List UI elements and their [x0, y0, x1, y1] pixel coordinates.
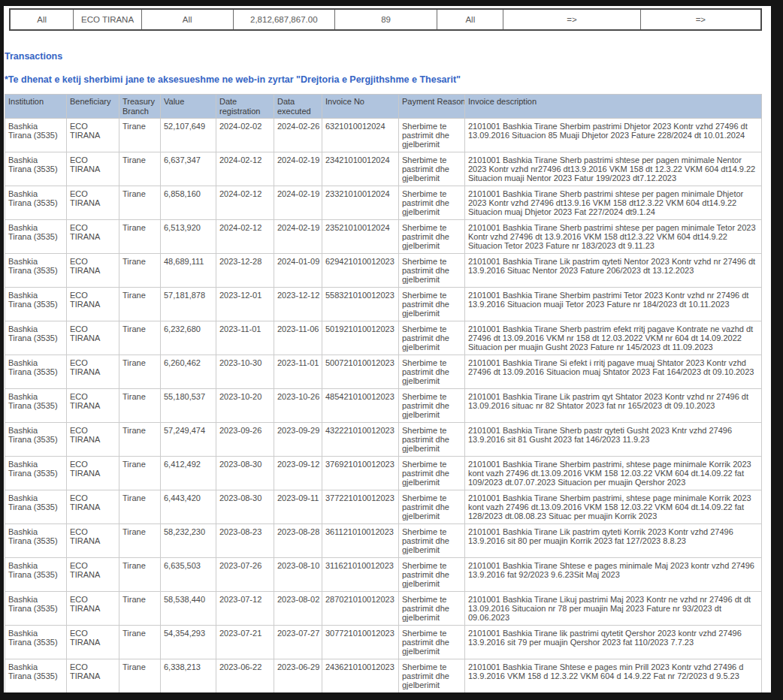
- treasury-branch-cell: Tirane: [119, 119, 161, 152]
- beneficiary-filter-cell[interactable]: ECO TIRANA: [74, 9, 141, 30]
- date-registration-cell: 2024-02-02: [216, 119, 274, 152]
- invoice-no-cell: 287021010012023: [322, 592, 399, 626]
- treasury-branch-cell: Tirane: [119, 592, 161, 626]
- table-row: Bashkia Tirana (3535)ECO TIRANATirane6,5…: [5, 220, 762, 254]
- column-header-data-executed: Data executed: [274, 95, 322, 119]
- value-cell: 54,354,293: [161, 626, 216, 659]
- value-cell: 58,538,440: [161, 592, 216, 626]
- institution-cell: Bashkia Tirana (3535): [5, 389, 67, 423]
- table-row: Bashkia Tirana (3535)ECO TIRANATirane58,…: [5, 524, 762, 558]
- value-cell: 52,107,649: [161, 119, 216, 152]
- table-row: Bashkia Tirana (3535)ECO TIRANATirane57,…: [5, 288, 762, 321]
- date-registration-cell: 2023-11-01: [216, 321, 274, 355]
- column-header-payment-reason: Payment Reason: [399, 95, 465, 119]
- invoice-description-cell: 2101001 Bashkia Tirane Lik pastrim qytet…: [465, 524, 762, 558]
- page-content: All ECO TIRANA All 2,812,687,867.00 89 A…: [5, 6, 762, 700]
- data-executed-cell: 2023-11-01: [274, 355, 322, 389]
- invoice-description-cell: 2101001 Bashkia Tirane Sherb pastrim efe…: [465, 321, 762, 355]
- treasury-branch-cell: Tirane: [119, 490, 161, 524]
- value-cell: 6,260,462: [161, 355, 216, 389]
- record-count-cell: 89: [335, 9, 437, 30]
- date-registration-cell: 2023-06-22: [216, 659, 274, 693]
- data-executed-cell: 2024-02-19: [274, 152, 322, 186]
- data-executed-cell: 2023-07-27: [274, 626, 322, 659]
- transactions-heading: Transactions: [5, 51, 762, 62]
- data-executed-cell: 2023-10-26: [274, 389, 322, 423]
- invoice-no-cell: 307721010012023: [322, 626, 399, 659]
- screen-edge-right: [771, 0, 783, 700]
- value-cell: 6,412,492: [161, 457, 216, 490]
- institution-filter-cell[interactable]: All: [10, 9, 74, 30]
- invoice-description-cell: 2101001 Bashkia Tirane Sherb pastrimi sh…: [465, 186, 762, 220]
- treasury-branch-cell: Tirane: [119, 254, 161, 288]
- treasury-branch-cell: Tirane: [119, 186, 161, 220]
- institution-cell: Bashkia Tirana (3535): [5, 490, 67, 524]
- invoice-no-cell: 558321010012023: [322, 288, 399, 321]
- data-executed-cell: 2023-08-02: [274, 592, 322, 626]
- beneficiary-cell: ECO TIRANA: [67, 423, 119, 457]
- value-cell: 6,443,420: [161, 490, 216, 524]
- date-registration-cell: 2023-09-26: [216, 423, 274, 457]
- beneficiary-cell: ECO TIRANA: [67, 457, 119, 490]
- invoice-no-cell: 6321010012024: [322, 119, 399, 152]
- value-cell: 55,180,537: [161, 389, 216, 423]
- transactions-table: Institution Beneficiary Treasury Branch …: [5, 94, 762, 700]
- treasury-branch-cell: Tirane: [119, 152, 161, 186]
- invoice-description-cell: 2101001 Bashkia Tirane Sherbim pastrimi …: [465, 119, 762, 152]
- treasury-branch-cell: Tirane: [119, 423, 161, 457]
- data-executed-cell: 2024-02-19: [274, 186, 322, 220]
- date-registration-cell: 2023-07-21: [216, 626, 274, 659]
- beneficiary-cell: ECO TIRANA: [67, 389, 119, 423]
- table-row: Bashkia Tirana (3535)ECO TIRANATirane57,…: [5, 423, 762, 457]
- treasury-branch-cell: Tirane: [119, 626, 161, 659]
- invoice-no-cell: 377221010012023: [322, 490, 399, 524]
- beneficiary-cell: ECO TIRANA: [67, 659, 119, 693]
- institution-cell: Bashkia Tirana (3535): [5, 592, 67, 626]
- invoice-no-cell: 432221010012023: [322, 423, 399, 457]
- institution-cell: Bashkia Tirana (3535): [5, 659, 67, 693]
- table-row: Bashkia Tirana (3535)ECO TIRANATirane58,…: [5, 592, 762, 626]
- invoice-description-cell: 2101001 Bashkia Tirane Lik pastrim qyt S…: [465, 389, 762, 423]
- date-registration-cell: 2023-07-26: [216, 558, 274, 592]
- institution-cell: Bashkia Tirana (3535): [5, 355, 67, 389]
- payment-reason-cell: Sherbime te pastrimit dhe gjelberimit: [399, 186, 465, 220]
- value-cell: 6,637,347: [161, 152, 216, 186]
- treasury-branch-cell: Tirane: [119, 659, 161, 693]
- column-header-institution: Institution: [5, 95, 67, 119]
- beneficiary-cell: ECO TIRANA: [67, 152, 119, 186]
- filter-arrow-button-2[interactable]: =>: [640, 9, 761, 30]
- year-filter-cell[interactable]: All: [437, 9, 503, 30]
- payment-reason-cell: Sherbime te pastrimit dhe gjelberimit: [399, 389, 465, 423]
- date-registration-cell: 2023-10-30: [216, 355, 274, 389]
- data-executed-cell: 2024-02-19: [274, 220, 322, 254]
- date-registration-cell: 2023-12-28: [216, 254, 274, 288]
- payment-reason-cell: Sherbime te pastrimit dhe gjelberimit: [399, 626, 465, 659]
- institution-cell: Bashkia Tirana (3535): [5, 321, 67, 355]
- payment-reason-cell: Sherbime te pastrimit dhe gjelberimit: [399, 592, 465, 626]
- date-registration-cell: 2023-08-30: [216, 457, 274, 490]
- filter-arrow-button-1[interactable]: =>: [503, 9, 640, 30]
- data-executed-cell: 2023-09-12: [274, 457, 322, 490]
- treasury-branch-cell: Tirane: [119, 457, 161, 490]
- filter-row: All ECO TIRANA All 2,812,687,867.00 89 A…: [10, 9, 761, 30]
- treasury-branch-cell: Tirane: [119, 355, 161, 389]
- table-row: Bashkia Tirana (3535)ECO TIRANATirane6,2…: [5, 321, 762, 355]
- beneficiary-cell: ECO TIRANA: [67, 220, 119, 254]
- table-row: Bashkia Tirana (3535)ECO TIRANATirane54,…: [5, 626, 762, 659]
- data-executed-cell: 2023-06-29: [274, 659, 322, 693]
- invoice-description-cell: 2101001 Bashkia Tirane Sherb pastr qytet…: [465, 423, 762, 457]
- column-header-value: Value: [161, 95, 216, 119]
- table-row: Bashkia Tirana (3535)ECO TIRANATirane6,4…: [5, 457, 762, 490]
- payment-reason-cell: Sherbime te pastrimit dhe gjelberimit: [399, 490, 465, 524]
- table-row: Bashkia Tirana (3535)ECO TIRANATirane6,8…: [5, 186, 762, 220]
- value-cell: 6,635,503: [161, 558, 216, 592]
- payment-reason-cell: Sherbime te pastrimit dhe gjelberimit: [399, 524, 465, 558]
- invoice-no-cell: 376921010012023: [322, 457, 399, 490]
- institution-cell: Bashkia Tirana (3535): [5, 423, 67, 457]
- invoice-no-cell: 629421010012023: [322, 254, 399, 288]
- table-row: Bashkia Tirana (3535)ECO TIRANATirane52,…: [5, 119, 762, 152]
- treasury-branch-filter-cell[interactable]: All: [141, 9, 233, 30]
- value-cell: 57,249,474: [161, 423, 216, 457]
- payment-reason-cell: Sherbime te pastrimit dhe gjelberimit: [399, 119, 465, 152]
- invoice-no-cell: 485421010012023: [322, 389, 399, 423]
